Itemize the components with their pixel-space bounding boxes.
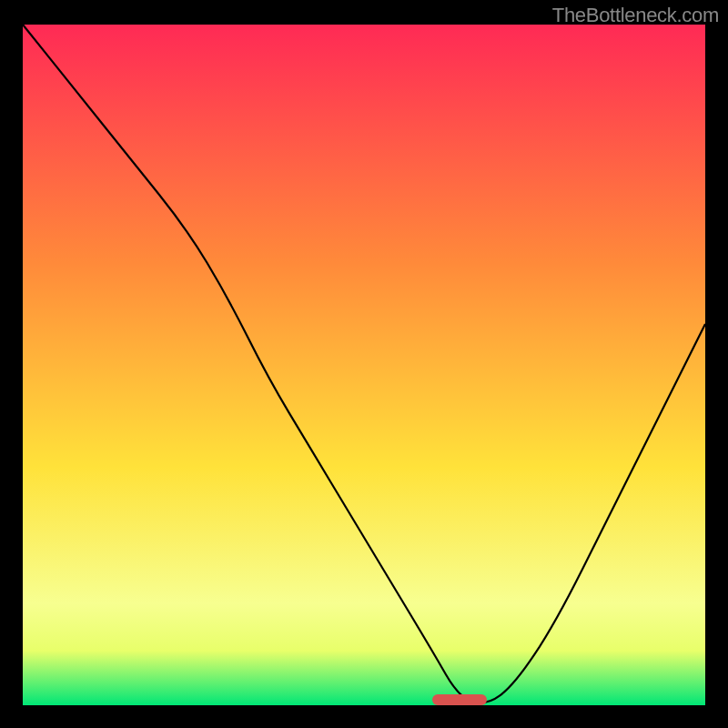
plot-frame	[23, 25, 705, 705]
watermark-text: TheBottleneck.com	[552, 4, 719, 27]
optimum-marker	[432, 694, 487, 705]
curve-path	[23, 25, 705, 703]
bottleneck-curve	[23, 25, 705, 705]
